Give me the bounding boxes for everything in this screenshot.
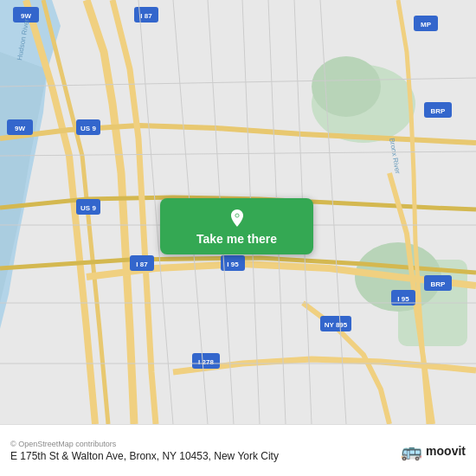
location-pin-icon (227, 208, 248, 228)
svg-text:I 95: I 95 (227, 261, 239, 268)
svg-text:I 278: I 278 (198, 358, 214, 366)
svg-text:I 87: I 87 (140, 12, 152, 20)
address-block: © OpenStreetMap contributors E 175th St … (10, 440, 279, 462)
copyright-text: © OpenStreetMap contributors (10, 440, 279, 448)
moovit-bus-icon: 🚌 (401, 441, 422, 461)
moovit-logo: 🚌 moovit (401, 441, 466, 461)
bottom-bar: © OpenStreetMap contributors E 175th St … (0, 424, 476, 476)
svg-text:9W: 9W (15, 125, 25, 132)
svg-text:NY 895: NY 895 (325, 321, 348, 329)
address-text: E 175th St & Walton Ave, Bronx, NY 10453… (10, 450, 279, 462)
svg-point-2 (312, 56, 381, 117)
svg-point-46 (235, 214, 238, 216)
take-me-there-button[interactable]: Take me there (160, 198, 313, 254)
svg-text:BRP: BRP (431, 280, 447, 288)
take-me-there-label: Take me there (196, 232, 277, 246)
svg-text:US 9: US 9 (80, 204, 96, 212)
svg-text:BRP: BRP (431, 107, 447, 115)
svg-text:I 95: I 95 (397, 295, 409, 303)
svg-text:US 9: US 9 (80, 125, 96, 132)
svg-text:MP: MP (421, 21, 432, 29)
svg-text:I 87: I 87 (136, 261, 148, 268)
moovit-logo-text: moovit (426, 444, 466, 458)
